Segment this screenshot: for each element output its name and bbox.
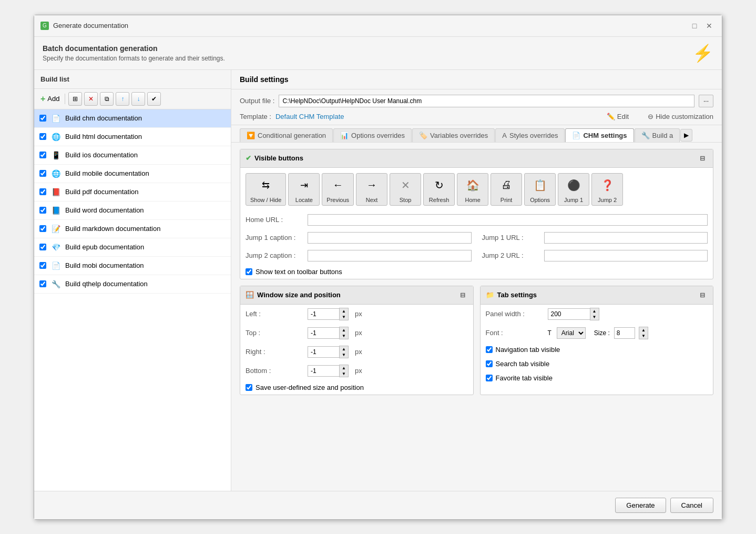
list-item[interactable]: 💎 Build epub documentation [34, 238, 231, 257]
move-up-button[interactable]: ↑ [116, 92, 129, 106]
item-label: Build pdf documentation [65, 188, 138, 196]
top-up[interactable]: ▲ [340, 327, 348, 333]
top-down[interactable]: ▼ [340, 333, 348, 339]
font-size-input[interactable] [614, 327, 635, 339]
tab-conditional-generation[interactable]: 🔽 Conditional generation [240, 128, 333, 142]
eye-icon: ⊖ [648, 113, 653, 120]
bottom-input[interactable] [308, 365, 339, 377]
top-input[interactable] [308, 327, 339, 339]
hide-customization-button[interactable]: ⊖ Hide customization [648, 113, 713, 120]
home-url-input[interactable] [308, 214, 708, 226]
left-down[interactable]: ▼ [340, 314, 348, 320]
expand-tab-button[interactable]: ⊟ [697, 290, 708, 300]
tab-styles-overrides[interactable]: A Styles overrides [495, 128, 565, 142]
list-item[interactable]: 📕 Build pdf documentation [34, 183, 231, 201]
options-button[interactable]: 📋 Options [524, 173, 556, 206]
panel-width-input[interactable] [548, 308, 590, 320]
list-item[interactable]: 📄 Build mobi documentation [34, 257, 231, 275]
jump2-caption-input[interactable] [308, 250, 472, 261]
tab-build-a[interactable]: 🔧 Build a [635, 128, 680, 142]
left-input[interactable] [308, 308, 339, 320]
previous-button[interactable]: ← Previous [322, 173, 354, 206]
locate-button[interactable]: ⇥ Locate [288, 173, 320, 206]
home-button[interactable]: 🏠 Home [457, 173, 488, 206]
right-input[interactable] [308, 346, 339, 358]
copy-button[interactable]: ⧉ [100, 92, 114, 106]
close-button[interactable]: ✕ [703, 19, 716, 32]
left-up[interactable]: ▲ [340, 308, 348, 314]
panel-width-up[interactable]: ▲ [590, 308, 599, 314]
delete-button[interactable]: ✕ [84, 92, 98, 106]
show-hide-button[interactable]: ⇆ Show / Hide [246, 173, 286, 206]
save-size-checkbox[interactable] [246, 384, 252, 391]
search-tab-checkbox[interactable] [486, 360, 493, 367]
refresh-button[interactable]: ↻ Refresh [423, 173, 455, 206]
item-checkbox[interactable] [39, 152, 46, 158]
tabs-bar: 🔽 Conditional generation 📊 Options overr… [231, 125, 722, 143]
list-item[interactable]: 📄 Build chm documentation [34, 109, 231, 128]
output-more-button[interactable]: ··· [699, 95, 713, 107]
jump2-url-input[interactable] [544, 250, 708, 261]
panel-width-down[interactable]: ▼ [590, 314, 599, 320]
item-checkbox[interactable] [39, 207, 46, 214]
jump2-url-row: Jump 2 URL : [477, 247, 713, 265]
edit-button[interactable]: ✏️ Edit [607, 113, 629, 120]
expand-button[interactable]: ⊟ [697, 153, 708, 164]
template-link[interactable]: Default CHM Template [275, 113, 344, 120]
list-item[interactable]: 📘 Build word documentation [34, 201, 231, 220]
list-item[interactable]: 🔧 Build qthelp documentation [34, 275, 231, 294]
move-down-button[interactable]: ↓ [131, 92, 145, 106]
tab-options-overrides[interactable]: 📊 Options overrides [333, 128, 412, 142]
font-size-down[interactable]: ▼ [639, 333, 648, 339]
jump1-url-row: Jump 1 URL : [477, 229, 713, 247]
item-checkbox[interactable] [39, 225, 46, 232]
bottom-row: Bottom : ▲ ▼ px [240, 361, 473, 380]
item-checkbox[interactable] [39, 244, 46, 250]
font-select[interactable]: Arial [557, 327, 586, 339]
item-checkbox[interactable] [39, 170, 46, 177]
tab-more-button[interactable]: ▶ [680, 129, 692, 142]
jump2-button[interactable]: ❓ Jump 2 [591, 173, 623, 206]
minimize-button[interactable]: □ [688, 19, 701, 32]
left-spinner: ▲ ▼ [308, 308, 349, 320]
bottom-up[interactable]: ▲ [340, 365, 348, 371]
jump1-button[interactable]: ⚫ Jump 1 [558, 173, 589, 206]
generate-button[interactable]: Generate [615, 498, 666, 513]
jump1-url-input[interactable] [544, 232, 708, 244]
show-text-checkbox[interactable] [246, 268, 252, 275]
panel-width-spinner: ▲ ▼ [548, 308, 599, 320]
home-label: Home [465, 197, 480, 203]
list-item[interactable]: 🌐 Build html documentation [34, 128, 231, 146]
visible-buttons-header: ✔ Visible buttons ⊟ [240, 149, 713, 168]
item-checkbox[interactable] [39, 280, 46, 287]
add-button[interactable]: + Add [38, 93, 62, 105]
locate-icon: ⇥ [293, 176, 314, 195]
nav-tab-checkbox[interactable] [486, 346, 493, 353]
right-down[interactable]: ▼ [340, 352, 348, 358]
output-input[interactable] [279, 95, 694, 107]
plus-icon: + [40, 94, 45, 104]
tab-variables-overrides[interactable]: 🏷️ Variables overrides [412, 128, 495, 142]
expand-window-button[interactable]: ⊟ [457, 290, 468, 300]
right-up[interactable]: ▲ [340, 346, 348, 352]
list-item[interactable]: 🌐 Build mobile documentation [34, 165, 231, 183]
print-button[interactable]: 🖨 Print [491, 173, 522, 206]
item-checkbox[interactable] [39, 115, 46, 122]
jump1-caption-input[interactable] [308, 232, 472, 244]
item-checkbox[interactable] [39, 262, 46, 269]
tab-chm-settings[interactable]: 📄 CHM settings [565, 128, 634, 142]
fav-tab-checkbox[interactable] [486, 375, 493, 381]
list-item[interactable]: 📱 Build ios documentation [34, 146, 231, 165]
stop-button[interactable]: ✕ Stop [390, 173, 421, 206]
cancel-button[interactable]: Cancel [670, 498, 713, 513]
check-button[interactable]: ✔ [147, 92, 161, 106]
select-all-button[interactable]: ⊞ [68, 92, 82, 106]
list-item[interactable]: 📝 Build markdown documentation [34, 220, 231, 238]
epub-icon: 💎 [50, 242, 61, 253]
item-checkbox[interactable] [39, 133, 46, 140]
item-checkbox[interactable] [39, 188, 46, 195]
panel-width-row: Panel width : ▲ ▼ [481, 305, 713, 324]
bottom-down[interactable]: ▼ [340, 371, 348, 377]
font-size-up[interactable]: ▲ [639, 327, 648, 333]
next-button[interactable]: → Next [356, 173, 387, 206]
